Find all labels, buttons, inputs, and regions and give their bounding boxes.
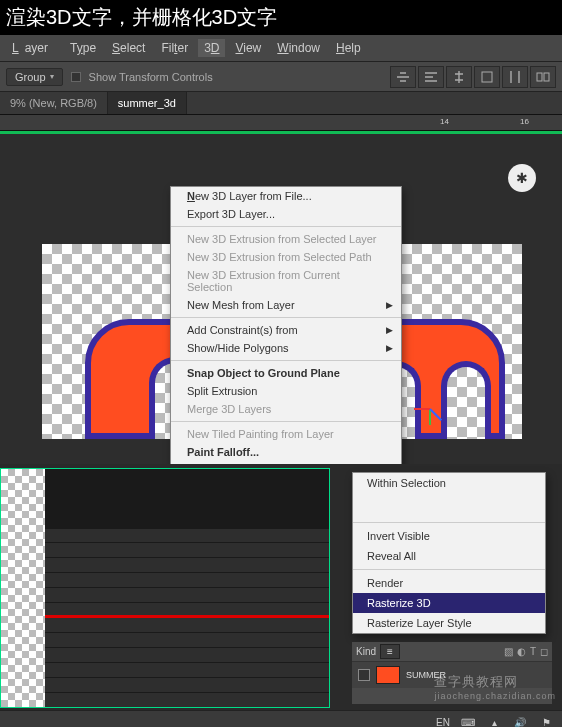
group-label: Group bbox=[15, 71, 46, 83]
mi-add-constraints[interactable]: Add Constraint(s) from▶ bbox=[171, 321, 401, 339]
mi-new-mesh[interactable]: New Mesh from Layer▶ bbox=[171, 296, 401, 314]
svg-rect-0 bbox=[482, 72, 492, 82]
align-icon-1[interactable] bbox=[390, 66, 416, 88]
view-options-button[interactable]: ✱ bbox=[508, 164, 536, 192]
menu-help[interactable]: Help bbox=[330, 39, 367, 57]
layer-name: SUMMER bbox=[406, 670, 446, 680]
3d-ground-view[interactable] bbox=[0, 468, 330, 708]
mi-export-3d-layer[interactable]: Export 3D Layer... bbox=[171, 205, 401, 223]
context-menu: Within Selection Invert Visible Reveal A… bbox=[352, 472, 546, 634]
transparency-strip bbox=[1, 469, 45, 707]
language-indicator[interactable]: EN bbox=[436, 717, 450, 727]
layer-row[interactable]: SUMMER bbox=[352, 662, 552, 688]
mi-split-extrusion[interactable]: Split Extrusion bbox=[171, 382, 401, 400]
submenu-arrow-icon: ▶ bbox=[386, 325, 393, 335]
options-bar: Group ▾ Show Transform Controls bbox=[0, 62, 562, 92]
mi-new-3d-layer-from-file[interactable]: New 3D Layer from File... bbox=[171, 187, 401, 205]
layer-thumbnail bbox=[376, 666, 400, 684]
ground-grid bbox=[45, 529, 329, 707]
ruler-tick-14: 14 bbox=[440, 117, 449, 126]
menu-window[interactable]: Window bbox=[271, 39, 326, 57]
group-dropdown[interactable]: Group ▾ bbox=[6, 68, 63, 86]
volume-icon[interactable]: 🔊 bbox=[512, 715, 528, 728]
horizon-line bbox=[45, 615, 329, 618]
mi-tiled-painting: New Tiled Painting from Layer bbox=[171, 425, 401, 443]
ruler-tick-16: 16 bbox=[520, 117, 529, 126]
filter-shape-icon[interactable]: ◻ bbox=[540, 646, 548, 657]
menu-bar: Layer Type Select Filter 3D View Window … bbox=[0, 35, 562, 62]
mi-extrusion-selection: New 3D Extrusion from Current Selection bbox=[171, 266, 401, 296]
keyboard-icon[interactable]: ⌨ bbox=[460, 715, 476, 728]
mi-extrusion-path: New 3D Extrusion from Selected Path bbox=[171, 248, 401, 266]
svg-rect-2 bbox=[544, 73, 549, 81]
status-bar: EN ⌨ ▴ 🔊 ⚑ bbox=[0, 710, 562, 727]
ruler-horizontal[interactable]: 14 16 bbox=[0, 115, 562, 131]
show-transform-checkbox[interactable] bbox=[71, 72, 81, 82]
align-icon-5[interactable] bbox=[502, 66, 528, 88]
ctx-reveal-all[interactable]: Reveal All bbox=[353, 546, 545, 566]
mi-snap-ground[interactable]: Snap Object to Ground Plane bbox=[171, 364, 401, 382]
page-caption: 渲染3D文字，并栅格化3D文字 bbox=[0, 0, 562, 35]
menu-view[interactable]: View bbox=[229, 39, 267, 57]
ctx-invert-visible[interactable]: Invert Visible bbox=[353, 526, 545, 546]
flag-icon[interactable]: ⚑ bbox=[538, 715, 554, 728]
menu-select[interactable]: Select bbox=[106, 39, 151, 57]
mi-show-hide-polygons[interactable]: Show/Hide Polygons▶ bbox=[171, 339, 401, 357]
layer-kind-label: Kind bbox=[356, 646, 376, 657]
tab-doc-1[interactable]: summer_3d bbox=[108, 92, 187, 114]
menu-type[interactable]: Type bbox=[64, 39, 102, 57]
tab-doc-0[interactable]: 9% (New, RGB/8) bbox=[0, 92, 108, 114]
ctx-render[interactable]: Render bbox=[353, 573, 545, 593]
mi-merge-3d: Merge 3D Layers bbox=[171, 400, 401, 418]
chevron-up-icon[interactable]: ▴ bbox=[486, 715, 502, 728]
svg-rect-1 bbox=[537, 73, 542, 81]
asterisk-icon: ✱ bbox=[516, 170, 528, 186]
menu-filter[interactable]: Filter bbox=[155, 39, 194, 57]
align-icon-2[interactable] bbox=[418, 66, 444, 88]
submenu-arrow-icon: ▶ bbox=[386, 343, 393, 353]
filter-type-icon[interactable]: T bbox=[530, 646, 536, 657]
layer-kind-dropdown[interactable]: ≡ bbox=[380, 644, 400, 659]
align-icon-3[interactable] bbox=[446, 66, 472, 88]
chevron-down-icon: ▾ bbox=[50, 72, 54, 81]
mi-paint-falloff[interactable]: Paint Falloff... bbox=[171, 443, 401, 461]
ctx-within-selection[interactable]: Within Selection bbox=[353, 473, 545, 493]
filter-adjust-icon[interactable]: ◐ bbox=[517, 646, 526, 657]
visibility-toggle[interactable] bbox=[358, 669, 370, 681]
lower-panels: Within Selection Invert Visible Reveal A… bbox=[0, 464, 562, 727]
ctx-rasterize-3d[interactable]: Rasterize 3D bbox=[353, 593, 545, 613]
filter-pixel-icon[interactable]: ▧ bbox=[504, 646, 513, 657]
3d-axis-gizmo[interactable] bbox=[411, 391, 447, 427]
canvas[interactable]: ✱ New 3D Layer from File... Export 3D La… bbox=[0, 134, 562, 464]
layers-panel: Kind ≡ ▧ ◐ T ◻ SUMMER bbox=[352, 642, 552, 704]
align-icon-4[interactable] bbox=[474, 66, 500, 88]
menu-3d[interactable]: 3D bbox=[198, 39, 225, 57]
ctx-rasterize-layer-style[interactable]: Rasterize Layer Style bbox=[353, 613, 545, 633]
mode-icon[interactable] bbox=[530, 66, 556, 88]
document-tabs: 9% (New, RGB/8) summer_3d bbox=[0, 92, 562, 115]
submenu-arrow-icon: ▶ bbox=[386, 300, 393, 310]
mi-extrusion-layer: New 3D Extrusion from Selected Layer bbox=[171, 230, 401, 248]
menu-layer[interactable]: Layer bbox=[6, 39, 60, 57]
show-transform-label: Show Transform Controls bbox=[89, 71, 213, 83]
